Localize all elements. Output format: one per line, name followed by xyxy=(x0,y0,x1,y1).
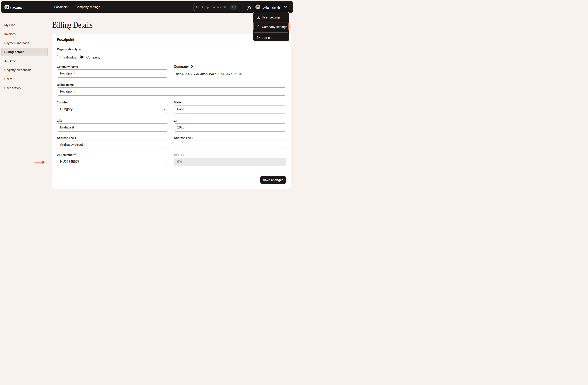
svg-text:?: ? xyxy=(248,7,249,10)
